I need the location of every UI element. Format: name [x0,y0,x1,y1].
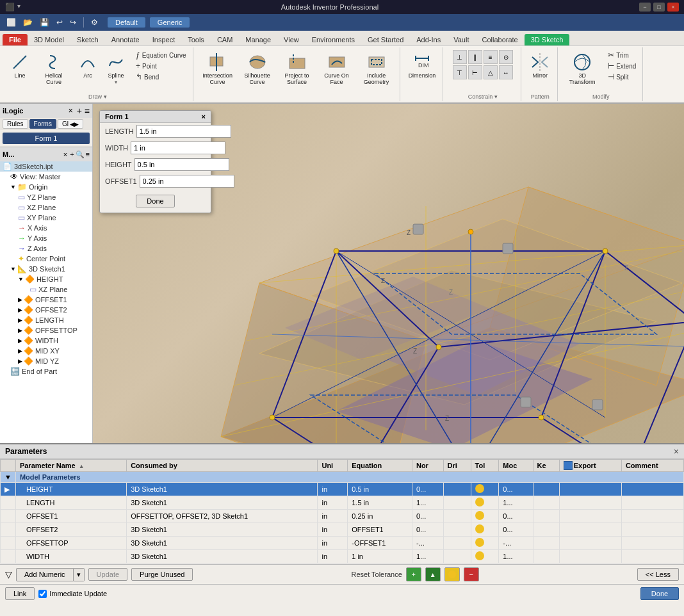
tree-mid-yz[interactable]: ▶ 🔶 MID YZ [0,356,92,366]
update-button[interactable]: Update [88,568,127,581]
row-eq-offset1[interactable]: 0.25 in [348,510,412,523]
tab-annotate[interactable]: Annotate [105,34,146,45]
ilogic-tab-gl[interactable]: Gl ◀▶ [58,119,83,129]
model-tree-add-icon[interactable]: + [70,150,74,158]
tree-file-root[interactable]: 📄 3dSketch.ipt [0,161,92,172]
qa-save-button[interactable]: 💾 [37,17,52,28]
tree-offsettop[interactable]: ▶ 🔶 OFFSETTOP [0,325,92,336]
tab-3dsketch[interactable]: 3D Sketch [525,34,570,45]
equation-curve-button[interactable]: ƒ Equation Curve [133,50,189,60]
3d-transform-button[interactable]: 3D Transform [563,50,601,88]
form-item-1[interactable]: Form 1 [3,133,90,144]
tree-3dsketch1[interactable]: ▼ 📐 3D Sketch1 [0,264,92,274]
qa-new-button[interactable]: ⬜ [4,17,19,28]
col-param-name[interactable]: Parameter Name ▲ [15,460,126,472]
col-comment[interactable]: Comment [621,460,683,472]
split-button[interactable]: ⊣ Split [605,72,639,82]
trim-button[interactable]: ✂ Trim [605,50,639,60]
col-model[interactable]: Moc [499,460,533,472]
table-row[interactable]: LENGTH 3D Sketch1 in 1.5 in 1... 1... [1,496,684,510]
tab-tools[interactable]: Tools [181,34,211,45]
tab-sketch[interactable]: Sketch [70,34,105,45]
close-button[interactable]: × [667,3,679,12]
point-button[interactable]: + Point [133,61,189,71]
tree-width[interactable]: ▶ 🔶 WIDTH [0,336,92,346]
table-row[interactable]: OFFSETTOP 3D Sketch1 in -OFFSET1 -... -.… [1,537,684,550]
tree-view-master[interactable]: 👁 View: Master [0,172,92,182]
qa-redo-button[interactable]: ↪ [67,17,79,28]
params-done-button[interactable]: Done [640,587,679,600]
intersection-curve-button[interactable]: Intersection Curve [199,50,237,88]
tab-manage[interactable]: Manage [239,34,277,45]
tol-circle-button[interactable] [444,567,460,581]
tree-offset1[interactable]: ▶ 🔶 OFFSET1 [0,295,92,305]
ilogic-tab-rules[interactable]: Rules [3,119,28,129]
tab-collaborate[interactable]: Collaborate [475,34,524,45]
helical-curve-button[interactable]: Helical Curve [35,50,73,88]
tab-getstarted[interactable]: Get Started [361,34,410,45]
col-nominal[interactable]: Nor [412,460,443,472]
arc-button[interactable]: Arc [74,50,101,81]
row-eq-width[interactable]: 1 in [348,550,412,563]
maximize-button[interactable]: □ [653,3,665,12]
tree-xz-plane[interactable]: ▭ XZ Plane [0,202,92,213]
col-driven[interactable]: Dri [443,460,471,472]
constrain-btn-3[interactable]: ≡ [484,50,498,64]
params-table-area[interactable]: Parameter Name ▲ Consumed by Uni Equatio… [0,459,684,564]
form-dialog-title-bar[interactable]: Form 1 × [100,111,211,123]
tree-height[interactable]: ▼ 🔶 HEIGHT [0,274,92,284]
form-input-width[interactable] [131,142,225,154]
model-tree-close-icon[interactable]: × [63,150,67,158]
tol-minus-button[interactable]: − [464,567,479,581]
less-button[interactable]: << Less [637,568,679,581]
tree-xz-plane2[interactable]: ▭ XZ Plane [0,284,92,295]
include-geometry-button[interactable]: Include Geometry [357,50,396,88]
col-consumed[interactable]: Consumed by [127,460,318,472]
params-group-row[interactable]: ▼ Model Parameters [1,472,684,483]
spline-button[interactable]: Spline ▾ [102,50,129,87]
tab-vault[interactable]: Vault [447,34,475,45]
tree-xy-plane[interactable]: ▭ XY Plane [0,213,92,223]
profile-selector[interactable]: Default [108,17,145,28]
project-to-surface-button[interactable]: Project to Surface [278,50,316,88]
row-eq-height[interactable]: 0.5 in [348,483,412,496]
params-close-icon[interactable]: × [674,446,679,457]
form-input-length[interactable] [136,125,231,138]
tab-inspect[interactable]: Inspect [146,34,181,45]
constrain-btn-6[interactable]: ⊢ [468,65,482,79]
immediate-update-checkbox[interactable] [38,590,47,598]
constrain-btn-4[interactable]: ⊙ [499,50,513,64]
tab-addins[interactable]: Add-Ins [410,34,447,45]
form-done-button[interactable]: Done [136,195,174,207]
model-tree-menu-icon[interactable]: ≡ [86,150,90,158]
window-buttons[interactable]: − □ × [639,3,679,12]
row-eq-offset2[interactable]: OFFSET1 [348,523,412,537]
tol-plus-button[interactable]: + [406,567,421,581]
ilogic-menu-icon[interactable]: ≡ [85,106,90,116]
tab-cam[interactable]: CAM [211,34,239,45]
qa-open-button[interactable]: 📂 [20,17,35,28]
tab-view[interactable]: View [277,34,305,45]
table-row[interactable]: OFFSET1 OFFSETTOP, OFFSET2, 3D Sketch1 i… [1,510,684,523]
row-eq-length[interactable]: 1.5 in [348,496,412,510]
tree-mid-xy[interactable]: ▶ 🔶 MID XY [0,346,92,356]
constrain-btn-8[interactable]: ↔ [499,65,513,79]
table-row[interactable]: OFFSET2 3D Sketch1 in OFFSET1 0... 0... [1,523,684,537]
extend-button[interactable]: ⊢ Extend [605,61,639,71]
col-key[interactable]: Ke [533,460,559,472]
form-input-offset1[interactable] [140,175,234,188]
add-numeric-button[interactable]: Add Numeric [16,568,74,581]
col-tolerance[interactable]: Tol [471,460,499,472]
form-dialog-close-icon[interactable]: × [202,113,206,120]
tree-yz-plane[interactable]: ▭ YZ Plane [0,192,92,202]
line-button[interactable]: Line [6,50,33,81]
group-expand-cell[interactable]: ▼ [1,472,16,483]
tree-end-of-part[interactable]: 🔚 End of Part [0,366,92,377]
constrain-btn-1[interactable]: ⊥ [453,50,467,64]
dimension-button[interactable]: DIM Dimension [405,50,439,81]
bend-button[interactable]: ↰ Bend [133,72,189,82]
tree-x-axis[interactable]: → X Axis [0,223,92,233]
constrain-btn-5[interactable]: ⊤ [453,65,467,79]
curve-on-face-button[interactable]: Curve On Face [318,50,356,88]
tree-length[interactable]: ▶ 🔶 LENGTH [0,315,92,325]
